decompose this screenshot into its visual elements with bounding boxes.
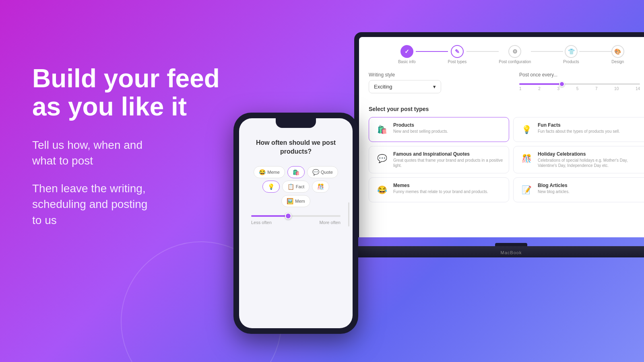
headline-line2: as you like it (32, 92, 187, 121)
post-type-fun-facts-desc: Fun facts about the types of products yo… (538, 129, 644, 134)
post-type-quotes-icon: 💬 (375, 151, 389, 166)
step-label-basic-info: Basic info (398, 60, 415, 64)
post-frequency-fill (519, 83, 561, 85)
controls-row: Writing style Exciting ▾ Post once every… (369, 72, 644, 99)
post-type-holiday-icon: 🎊 (519, 151, 534, 166)
step-design: 🎨 Design (611, 45, 624, 64)
chip-meme2-label: Mem (295, 199, 305, 204)
post-frequency-group: Post once every... 1 2 3 5 7 (519, 72, 644, 99)
chip-quote[interactable]: 💬 Quote (307, 166, 338, 178)
post-type-products-info: Products New and best selling products. (393, 122, 503, 134)
chip-fact[interactable]: 📋 Fact (282, 181, 310, 193)
chip-meme2-icon: 🖼️ (287, 198, 293, 204)
day-3: 3 (557, 86, 559, 91)
post-frequency-slider-container: 1 2 3 5 7 10 14 Days (519, 80, 644, 99)
step-line-4 (579, 51, 611, 52)
chip-products[interactable]: 🛍️ (287, 166, 305, 178)
days-suffix: Days (519, 92, 644, 96)
day-7: 7 (595, 86, 598, 91)
app-ui: ✓ Basic info ✎ Post types ⚙ Post configu… (359, 37, 644, 237)
post-types-grid: 🛍️ Products New and best selling product… (369, 117, 644, 202)
subtext6: to us (32, 214, 57, 226)
step-label-post-config: Post configuration (499, 60, 531, 64)
phone-chips: 😂 Meme 🛍️ 💬 Quote 💡 📋 F (247, 166, 345, 207)
headline: Build your feed as you like it (32, 64, 266, 121)
post-type-products-desc: New and best selling products. (393, 129, 503, 134)
laptop-screen-outer: ✓ Basic info ✎ Post types ⚙ Post configu… (354, 32, 644, 237)
post-type-quotes[interactable]: 💬 Famous and Inspirational Quotes Great … (369, 146, 509, 173)
step-line-3 (531, 51, 563, 52)
phone-scroll-bar (348, 202, 349, 226)
post-type-blog-name: Blog Articles (538, 183, 644, 188)
subtext5: scheduling and posting (32, 198, 147, 210)
chip-facts[interactable]: 💡 (262, 181, 280, 193)
post-frequency-label: Post once every... (519, 72, 644, 78)
post-frequency-track[interactable] (519, 83, 640, 85)
laptop-container: ✓ Basic info ✎ Post types ⚙ Post configu… (354, 32, 644, 257)
post-type-quotes-info: Famous and Inspirational Quotes Great qu… (393, 151, 503, 168)
chip-meme[interactable]: 😂 Meme (254, 166, 285, 178)
phone-content: How often should we post products? 😂 Mem… (239, 118, 353, 233)
chip-facts-icon: 💡 (268, 183, 275, 190)
post-type-memes[interactable]: 😂 Memes Funny memes that relate to your … (369, 177, 509, 202)
post-type-blog-desc: New blog articles. (538, 189, 644, 194)
day-14: 14 (636, 86, 640, 91)
slider-days: 1 2 3 5 7 10 14 (519, 86, 640, 91)
chip-meme-icon: 😂 (259, 169, 266, 175)
post-type-fun-facts[interactable]: 💡 Fun Facts Fun facts about the types of… (513, 117, 644, 142)
subtext1: Tell us how, when and (32, 139, 142, 151)
phone-notch (276, 118, 316, 128)
post-type-memes-name: Memes (393, 183, 503, 188)
day-5: 5 (576, 86, 579, 91)
left-section: Build your feed as you like it Tell us h… (32, 64, 266, 240)
step-line-1 (416, 51, 448, 52)
phone-slider-min: Less often (251, 220, 272, 225)
subtext4: Then leave the writing, (32, 182, 146, 195)
step-circle-products: 👕 (565, 45, 578, 58)
writing-style-select[interactable]: Exciting ▾ (369, 80, 441, 93)
step-basic-info: ✓ Basic info (398, 45, 415, 64)
chip-fact-icon: 📋 (287, 183, 294, 190)
chip-holiday[interactable]: 🎊 (312, 181, 329, 193)
step-circle-basic-info: ✓ (400, 45, 413, 58)
post-type-blog-info: Blog Articles New blog articles. (538, 183, 644, 194)
post-type-holiday[interactable]: 🎊 Holiday Celebrations Celebrations of s… (513, 146, 644, 173)
laptop-notch (495, 243, 527, 246)
post-type-memes-info: Memes Funny memes that relate to your br… (393, 183, 503, 194)
post-type-products-icon: 🛍️ (375, 122, 389, 137)
writing-style-chevron: ▾ (433, 84, 436, 90)
post-frequency-thumb[interactable] (559, 81, 565, 87)
post-type-holiday-desc: Celebrations of special holidays e.g. Mo… (538, 158, 644, 168)
phone-container: How often should we post products? 😂 Mem… (233, 113, 358, 334)
laptop-screen-inner: ✓ Basic info ✎ Post types ⚙ Post configu… (359, 37, 644, 237)
day-1: 1 (519, 86, 522, 91)
post-types-section-title: Select your post types (369, 106, 644, 112)
post-type-fun-facts-icon: 💡 (519, 122, 534, 137)
phone-slider-max: More often (319, 220, 341, 225)
post-type-products[interactable]: 🛍️ Products New and best selling product… (369, 117, 509, 142)
phone-slider-thumb[interactable] (285, 213, 291, 219)
laptop-base: MacBook (338, 246, 644, 257)
post-type-blog-icon: 📝 (519, 183, 534, 197)
chip-meme2[interactable]: 🖼️ Mem (281, 195, 310, 207)
phone-slider-track[interactable] (251, 215, 341, 217)
post-type-blog[interactable]: 📝 Blog Articles New blog articles. (513, 177, 644, 202)
day-2: 2 (538, 86, 541, 91)
chip-quote-icon: 💬 (312, 169, 319, 175)
step-label-design: Design (611, 60, 624, 64)
day-10: 10 (614, 86, 619, 91)
step-circle-design: 🎨 (611, 45, 624, 58)
laptop-base-label: MacBook (501, 250, 522, 255)
step-post-config: ⚙ Post configuration (499, 45, 531, 64)
step-circle-post-config: ⚙ (508, 45, 521, 58)
writing-style-group: Writing style Exciting ▾ (369, 72, 503, 93)
post-type-memes-icon: 😂 (375, 183, 389, 197)
subtext2: what to post (32, 154, 93, 167)
subtext-bottom: Then leave the writing, scheduling and p… (32, 181, 266, 228)
step-label-post-types: Post types (448, 60, 467, 64)
phone-outer: How often should we post products? 😂 Mem… (233, 113, 358, 334)
step-circle-post-types: ✎ (451, 45, 464, 58)
headline-line1: Build your feed (32, 64, 220, 93)
phone-slider-labels: Less often More often (251, 220, 341, 225)
post-type-quotes-name: Famous and Inspirational Quotes (393, 151, 503, 157)
